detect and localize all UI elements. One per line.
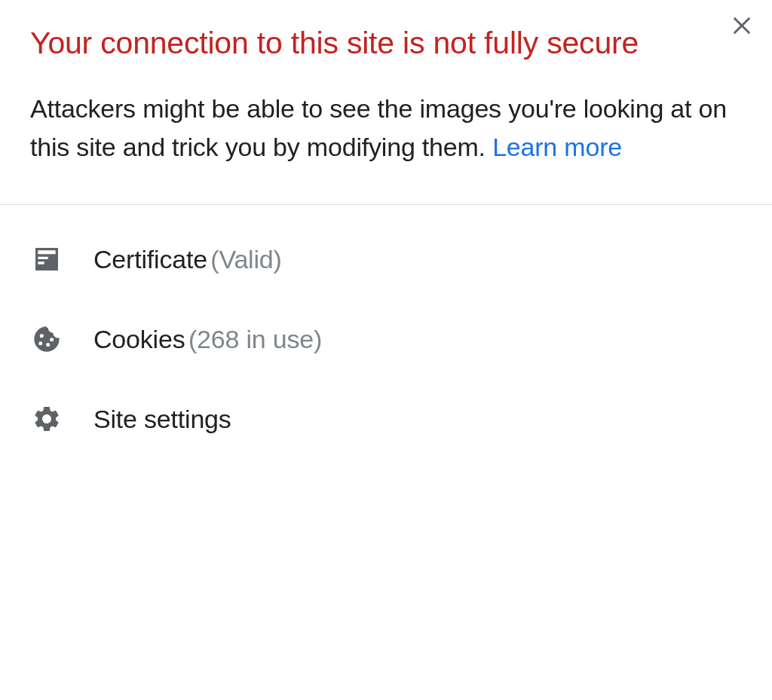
divider (0, 204, 772, 205)
warning-title: Your connection to this site is not full… (30, 23, 742, 64)
certificate-label: Certificate (93, 245, 207, 274)
site-settings-row[interactable]: Site settings (30, 402, 742, 436)
site-settings-label: Site settings (93, 405, 231, 434)
site-info-panel: Your connection to this site is not full… (0, 0, 772, 466)
gear-icon (30, 402, 63, 436)
certificate-text: Certificate (Valid) (93, 245, 282, 274)
close-icon (730, 27, 754, 40)
certificate-status: (Valid) (210, 245, 281, 274)
cookies-row[interactable]: Cookies (268 in use) (30, 322, 742, 356)
info-item-list: Certificate (Valid) Cookies (268 in use) (30, 243, 742, 436)
learn-more-link[interactable]: Learn more (492, 133, 622, 161)
close-button[interactable] (730, 14, 754, 41)
warning-description: Attackers might be able to see the image… (30, 90, 742, 167)
certificate-row[interactable]: Certificate (Valid) (30, 243, 742, 276)
cookie-icon (30, 322, 63, 356)
description-text: Attackers might be able to see the image… (30, 94, 727, 161)
cookies-text: Cookies (268 in use) (93, 325, 322, 354)
certificate-icon (30, 243, 63, 276)
cookies-status: (268 in use) (188, 325, 322, 353)
cookies-label: Cookies (93, 325, 185, 353)
